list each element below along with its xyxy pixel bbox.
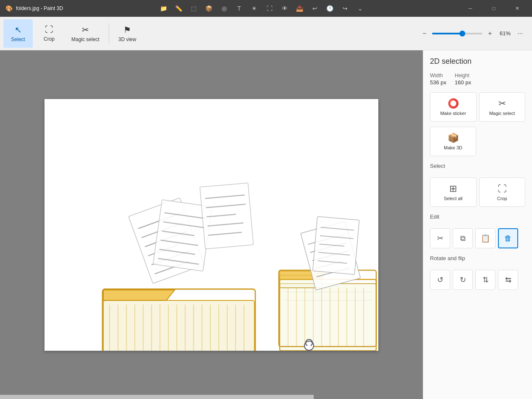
- copy-btn[interactable]: ⧉: [453, 228, 473, 248]
- right-panel: 2D selection Width 536 px Height 160 px …: [423, 50, 532, 399]
- titlebar: 🎨 folders.jpg - Paint 3D 📁 ✏️ ⬚ 📦 ◎ T ☀ …: [0, 0, 532, 17]
- crop-icon: ⛶: [45, 25, 53, 34]
- window-title: folders.jpg - Paint 3D: [16, 5, 63, 11]
- width-item: Width 536 px: [430, 73, 446, 86]
- cut-btn[interactable]: ✂: [430, 228, 450, 248]
- width-value: 536 px: [430, 79, 446, 86]
- make-3d-row: 📦 Make 3D: [430, 127, 525, 156]
- canvas: Watermark: [45, 99, 378, 351]
- magic-select-panel-label: Magic select: [489, 111, 515, 116]
- zoom-in-btn[interactable]: +: [485, 29, 495, 39]
- make-sticker-icon: ⭕: [448, 98, 459, 109]
- canvas-illustration: Watermark: [45, 99, 378, 351]
- zoom-slider[interactable]: [432, 33, 482, 34]
- make-3d-btn[interactable]: 📦 Make 3D: [430, 127, 476, 156]
- crop-label: Crop: [44, 36, 55, 42]
- select-tool[interactable]: ↖ Select: [3, 19, 33, 48]
- 3d-view-tool[interactable]: ⚑ 3D view: [113, 19, 142, 48]
- zoom-controls: − + 61% ···: [419, 29, 525, 39]
- svg-rect-35: [200, 183, 253, 248]
- make-3d-label: Make 3D: [444, 145, 462, 150]
- zoom-percent: 61%: [498, 30, 513, 37]
- zoom-out-btn[interactable]: −: [419, 29, 430, 39]
- undo-icon[interactable]: ↩: [311, 5, 319, 12]
- magic-select-label: Magic select: [71, 37, 100, 42]
- height-value: 160 px: [455, 79, 471, 86]
- select-section-label: Select: [430, 163, 525, 169]
- close-btn[interactable]: ✕: [508, 0, 527, 17]
- 3d-view-icon: ⚑: [123, 25, 131, 35]
- rotate-right-btn[interactable]: ↻: [453, 270, 473, 290]
- paste-btn[interactable]: 📋: [475, 228, 495, 248]
- app-icon: 🎨: [5, 5, 13, 12]
- svg-rect-1: [280, 284, 376, 351]
- history-icon[interactable]: 🕐: [326, 5, 334, 12]
- dimension-row: Width 536 px Height 160 px: [430, 73, 525, 86]
- edit-actions-row: ✂ ⧉ 📋 🗑: [430, 228, 525, 248]
- text-icon[interactable]: T: [236, 5, 243, 12]
- 3d-view-label: 3D view: [118, 37, 136, 42]
- flip-vertical-btn[interactable]: ⇅: [475, 270, 495, 290]
- zoom-more-btn[interactable]: ···: [515, 29, 525, 39]
- rotate-actions-row: ↺ ↻ ⇅ ⇆: [430, 270, 525, 290]
- adjust-icon[interactable]: ☀: [251, 5, 258, 12]
- svg-rect-19: [103, 300, 254, 351]
- select-shape-icon[interactable]: ⬚: [190, 5, 198, 12]
- delete-btn[interactable]: 🗑: [498, 228, 518, 248]
- width-label: Width: [430, 73, 446, 78]
- export-icon[interactable]: 📤: [296, 5, 304, 12]
- crop-panel-btn[interactable]: ⛶ Crop: [479, 177, 526, 207]
- select-all-label: Select all: [444, 196, 463, 201]
- horizontal-scrollbar[interactable]: [0, 395, 314, 399]
- select-icon: ↖: [15, 25, 22, 35]
- rotate-section-label: Rotate and flip: [430, 255, 525, 261]
- make-sticker-label: Make sticker: [440, 111, 466, 116]
- toolbar-divider: [109, 23, 109, 44]
- main-layout: Watermark 2D selection Width 536 px Heig…: [0, 50, 532, 399]
- select-label: Select: [11, 37, 25, 42]
- select-all-icon: ⊞: [449, 183, 457, 194]
- select-actions-grid: ⊞ Select all ⛶ Crop: [430, 177, 525, 207]
- more-icon[interactable]: ⌄: [356, 5, 364, 12]
- effects-icon[interactable]: ◎: [220, 5, 228, 12]
- top-actions-grid: ⭕ Make sticker ✂ Magic select: [430, 92, 525, 122]
- height-label: Height: [455, 73, 471, 78]
- crop-panel-icon: ⛶: [498, 183, 507, 194]
- magic-select-btn[interactable]: ✂ Magic select: [479, 92, 526, 122]
- 3d-obj-icon[interactable]: 📦: [205, 5, 213, 12]
- maximize-btn[interactable]: □: [484, 0, 503, 17]
- rotate-left-btn[interactable]: ↺: [430, 270, 450, 290]
- redo-icon[interactable]: ↪: [341, 5, 349, 12]
- flip-horizontal-btn[interactable]: ⇆: [498, 270, 518, 290]
- crop-tool[interactable]: ⛶ Crop: [34, 19, 64, 48]
- magic-select-panel-icon: ✂: [498, 98, 506, 109]
- select-all-btn[interactable]: ⊞ Select all: [430, 177, 477, 207]
- panel-title: 2D selection: [430, 57, 525, 66]
- mixed-reality-icon[interactable]: 👁: [281, 5, 288, 12]
- crop-resize-icon[interactable]: ⛶: [266, 5, 273, 12]
- make-3d-icon: 📦: [448, 133, 459, 143]
- magic-select-tool[interactable]: ✂ Magic select: [66, 19, 105, 48]
- magic-select-icon: ✂: [82, 25, 89, 35]
- file-icon[interactable]: 📁: [160, 5, 168, 12]
- edit-section-label: Edit: [430, 214, 525, 220]
- height-item: Height 160 px: [455, 73, 471, 86]
- make-sticker-btn[interactable]: ⭕ Make sticker: [430, 92, 477, 122]
- brush-icon[interactable]: ✏️: [175, 5, 183, 12]
- crop-panel-label: Crop: [497, 196, 507, 201]
- canvas-area[interactable]: Watermark: [0, 50, 423, 399]
- main-toolbar: ↖ Select ⛶ Crop ✂ Magic select ⚑ 3D view…: [0, 17, 532, 50]
- minimize-btn[interactable]: ─: [461, 0, 480, 17]
